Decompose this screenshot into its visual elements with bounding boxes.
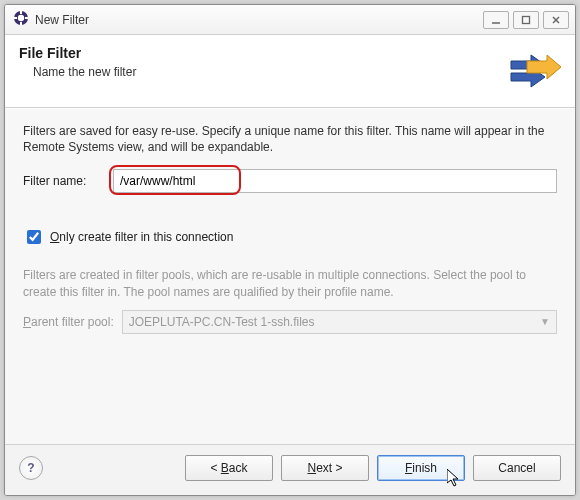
next-button[interactable]: Next > xyxy=(281,455,369,481)
only-connection-checkbox[interactable] xyxy=(27,230,41,244)
filter-name-label: Filter name: xyxy=(23,174,103,188)
window-title: New Filter xyxy=(35,13,89,27)
button-row: < Back Next > Finish Cancel xyxy=(185,455,561,481)
filter-name-input[interactable] xyxy=(113,169,557,193)
banner-heading: File Filter xyxy=(19,45,505,61)
finish-button[interactable]: Finish xyxy=(377,455,465,481)
parent-pool-value: JOEPLUTA-PC.CN-Test 1-ssh.files xyxy=(129,315,315,329)
pool-description: Filters are created in filter pools, whi… xyxy=(23,267,557,299)
svg-rect-7 xyxy=(523,16,530,23)
svg-point-1 xyxy=(18,15,24,21)
app-icon xyxy=(13,10,29,29)
parent-pool-select: JOEPLUTA-PC.CN-Test 1-ssh.files ▼ xyxy=(122,310,557,334)
only-connection-label[interactable]: Only create filter in this connection xyxy=(50,230,233,244)
wizard-arrows-icon xyxy=(505,45,561,93)
intro-text: Filters are saved for easy re-use. Speci… xyxy=(23,123,557,155)
dialog-window: New Filter File Filter Name the new filt… xyxy=(4,4,576,496)
dialog-footer: ? < Back Next > Finish Cancel xyxy=(5,444,575,495)
minimize-button[interactable] xyxy=(483,11,509,29)
parent-pool-label: Parent filter pool: xyxy=(23,315,114,329)
banner-subtitle: Name the new filter xyxy=(33,65,505,79)
title-bar: New Filter xyxy=(5,5,575,35)
only-connection-row: Only create filter in this connection xyxy=(23,227,557,247)
close-button[interactable] xyxy=(543,11,569,29)
back-button[interactable]: < Back xyxy=(185,455,273,481)
help-button[interactable]: ? xyxy=(19,456,43,480)
svg-rect-4 xyxy=(14,17,17,19)
parent-pool-row: Parent filter pool: JOEPLUTA-PC.CN-Test … xyxy=(23,310,557,334)
window-controls xyxy=(483,11,569,29)
filter-name-row: Filter name: xyxy=(23,169,557,193)
svg-rect-2 xyxy=(20,11,22,14)
svg-rect-5 xyxy=(25,17,28,19)
svg-rect-3 xyxy=(20,22,22,25)
dialog-banner: File Filter Name the new filter xyxy=(5,35,575,108)
dialog-content: Filters are saved for easy re-use. Speci… xyxy=(5,108,575,444)
cancel-button[interactable]: Cancel xyxy=(473,455,561,481)
chevron-down-icon: ▼ xyxy=(540,316,550,327)
maximize-button[interactable] xyxy=(513,11,539,29)
